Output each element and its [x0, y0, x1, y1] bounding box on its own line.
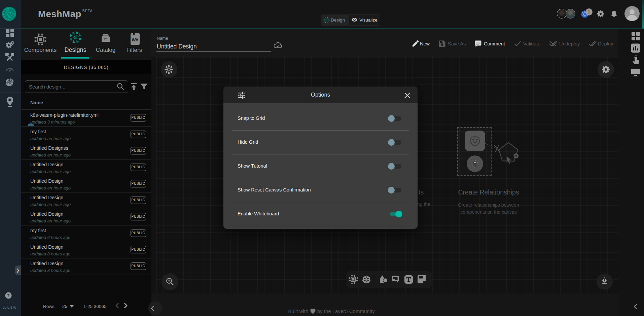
svg-text:WA: WA: [132, 38, 138, 42]
svg-text:?: ?: [7, 293, 10, 298]
